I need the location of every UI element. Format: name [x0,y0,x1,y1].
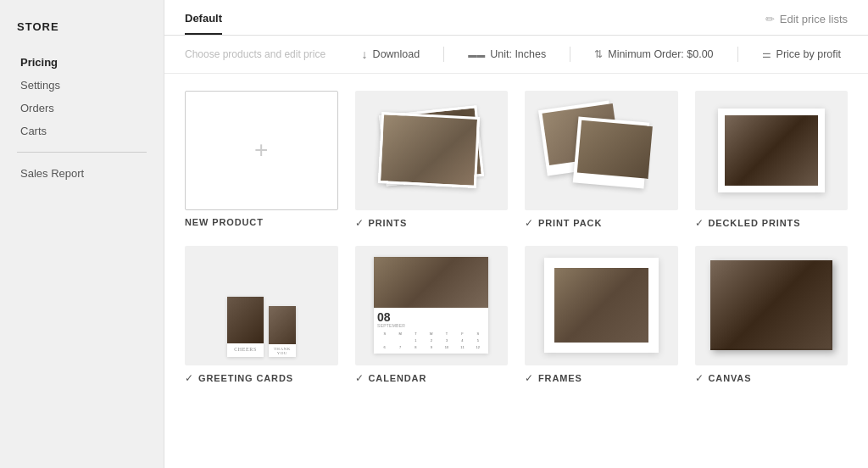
polaroid-front [572,117,649,189]
product-grid: + New Product ✓ Prints [164,74,868,401]
ruler-icon: ▬▬ [468,50,485,59]
edit-price-lists-label: Edit price lists [780,13,848,25]
product-label-row-calendar: ✓ Calendar [355,372,509,384]
product-label-prints: Prints [369,218,408,228]
product-card-canvas[interactable]: ✓ Canvas [695,246,849,384]
toolbar-separator-3 [737,47,738,62]
product-thumbnail-deckled-prints [695,91,849,210]
product-thumbnail-calendar: 08 SEPTEMBER S M T W T F S 1 [355,246,509,365]
product-card-print-pack[interactable]: ✓ Print Pack [525,91,678,229]
product-card-deckled-prints[interactable]: ✓ Deckled Prints [695,91,849,229]
unit-button[interactable]: ▬▬ Unit: Inches [461,45,553,64]
tabs-bar: Default Edit price lists [164,0,868,36]
product-label-canvas: Canvas [709,373,752,383]
cal-day [392,337,407,343]
product-card-frames[interactable]: ✓ Frames [525,246,678,384]
cal-day: W [424,331,438,337]
product-label-print-pack: Print Pack [538,218,602,228]
greeting-card-large-text: CHEERS [227,343,264,354]
cal-day: F [455,331,470,337]
unit-label: Unit: Inches [490,48,546,60]
calendar-body: 08 SEPTEMBER S M T W T F S 1 [374,308,488,354]
prints-photo-front [378,112,480,188]
prints-photo-stack [370,103,492,198]
product-label-frames: Frames [538,373,582,383]
cal-day: S [470,331,485,337]
cal-day: 12 [470,344,485,350]
product-label-row-print-pack: ✓ Print Pack [525,217,678,229]
download-button[interactable]: ↓ Download [355,44,427,64]
toolbar: Choose products and edit price ↓ Downloa… [164,36,868,74]
toolbar-hint: Choose products and edit price [185,48,338,60]
check-icon-calendar: ✓ [355,372,364,384]
cal-day: 2 [424,337,438,343]
sidebar-nav: Pricing Settings Orders Carts Sales Repo… [17,52,147,184]
sidebar-item-carts[interactable]: Carts [17,120,147,142]
min-order-button[interactable]: ⇅ Minimum Order: $0.00 [587,45,720,64]
calendar-grid: S M T W T F S 1 2 3 4 [377,331,485,350]
cal-day: 9 [424,344,438,350]
greeting-card-small: THANK YOU [269,306,295,357]
greeting-card-small-text: THANK YOU [269,344,295,357]
download-icon: ↓ [362,47,368,61]
product-label-deckled-prints: Deckled Prints [709,218,801,228]
product-label-greeting-cards: Greeting Cards [198,373,293,383]
frame-mockup [544,258,659,354]
cal-day: 1 [409,337,423,343]
product-card-new[interactable]: + New Product [185,91,338,229]
greeting-card-large-img [227,297,264,343]
product-card-calendar[interactable]: 08 SEPTEMBER S M T W T F S 1 [355,246,509,384]
cal-day: 11 [455,344,470,350]
product-thumbnail-prints [355,91,509,210]
product-label-row-prints: ✓ Prints [355,217,509,229]
sidebar-divider [17,152,147,153]
sidebar-item-sales-report[interactable]: Sales Report [17,163,147,184]
product-card-prints[interactable]: ✓ Prints [355,91,509,229]
deckled-framed-photo [718,109,825,192]
plus-icon: + [254,138,268,162]
calendar-month-name: SEPTEMBER [377,323,485,328]
toolbar-separator-2 [570,47,570,62]
greeting-card-small-img [269,306,295,344]
deckled-photo-content [725,115,818,186]
check-icon-prints: ✓ [355,217,364,229]
check-icon-canvas: ✓ [695,372,704,384]
product-label-row-new: New Product [185,217,338,227]
product-label-row-deckled-prints: ✓ Deckled Prints [695,217,849,229]
cal-day: 7 [392,344,407,350]
calendar-mockup: 08 SEPTEMBER S M T W T F S 1 [374,257,488,354]
check-icon-print-pack: ✓ [525,217,533,229]
cal-day: 5 [470,337,485,343]
pencil-icon [765,13,775,25]
sliders-icon: ⇅ [594,48,603,60]
calendar-month-number: 08 [377,311,485,323]
price-by-profit-button[interactable]: ⚌ Price by profit [755,45,848,64]
check-icon-deckled-prints: ✓ [695,217,704,229]
sidebar: STORE Pricing Settings Orders Carts Sale… [0,0,164,468]
cal-day: S [377,331,392,337]
product-label-new: New Product [185,217,264,227]
cal-day: M [392,331,407,337]
product-thumbnail-frames [525,246,678,365]
product-label-row-canvas: ✓ Canvas [695,372,849,384]
product-thumbnail-new: + [185,91,338,210]
product-thumbnail-canvas [695,246,849,365]
check-icon-frames: ✓ [525,372,533,384]
cal-day: 10 [439,344,453,350]
greeting-cards-container: CHEERS THANK YOU [219,288,304,365]
edit-price-lists-button[interactable]: Edit price lists [765,13,848,34]
price-by-profit-label: Price by profit [776,48,841,60]
cal-day: T [409,331,423,337]
cal-day: T [439,331,453,337]
sidebar-item-orders[interactable]: Orders [17,98,147,119]
cal-day: 3 [439,337,453,343]
product-label-row-frames: ✓ Frames [525,372,678,384]
product-card-greeting-cards[interactable]: CHEERS THANK YOU ✓ Greeting Cards [185,246,338,384]
check-icon-greeting-cards: ✓ [185,372,193,384]
min-order-label: Minimum Order: $0.00 [608,48,713,60]
sidebar-item-settings[interactable]: Settings [17,75,147,96]
product-label-row-greeting-cards: ✓ Greeting Cards [185,372,338,384]
tab-default[interactable]: Default [185,12,222,35]
tune-icon: ⚌ [762,48,771,60]
sidebar-item-pricing[interactable]: Pricing [17,52,147,73]
